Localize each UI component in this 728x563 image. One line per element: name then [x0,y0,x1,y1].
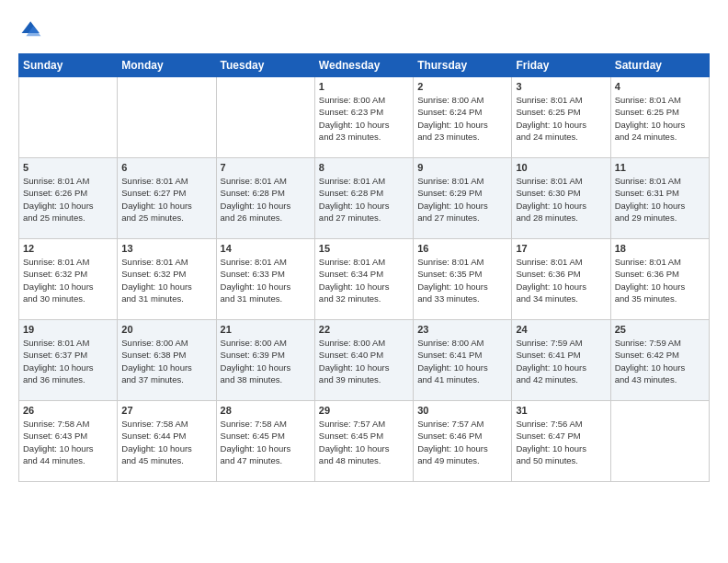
weekday-header-sunday: Sunday [19,54,118,77]
page-header [18,18,710,44]
calendar-cell: 14Sunrise: 8:01 AM Sunset: 6:33 PM Dayli… [216,239,314,320]
calendar-cell: 18Sunrise: 8:01 AM Sunset: 6:36 PM Dayli… [610,239,709,320]
day-number: 8 [319,162,409,173]
calendar-cell: 28Sunrise: 7:58 AM Sunset: 6:45 PM Dayli… [216,401,314,482]
calendar-cell: 27Sunrise: 7:58 AM Sunset: 6:44 PM Dayli… [118,401,216,482]
weekday-header-wednesday: Wednesday [314,54,413,77]
day-number: 10 [516,162,606,173]
day-number: 30 [417,405,507,416]
calendar-cell: 21Sunrise: 8:00 AM Sunset: 6:39 PM Dayli… [216,320,314,401]
calendar-cell: 13Sunrise: 8:01 AM Sunset: 6:32 PM Dayli… [118,239,216,320]
day-info: Sunrise: 8:01 AM Sunset: 6:30 PM Dayligh… [516,175,606,224]
calendar-week-2: 5Sunrise: 8:01 AM Sunset: 6:26 PM Daylig… [19,158,710,239]
calendar-cell [118,77,216,158]
day-info: Sunrise: 8:00 AM Sunset: 6:40 PM Dayligh… [319,337,409,385]
calendar-cell: 2Sunrise: 8:00 AM Sunset: 6:24 PM Daylig… [414,77,512,158]
day-number: 25 [615,324,705,335]
logo [18,18,42,44]
day-number: 27 [121,405,211,416]
calendar-cell: 3Sunrise: 8:01 AM Sunset: 6:25 PM Daylig… [512,77,610,158]
calendar-cell: 11Sunrise: 8:01 AM Sunset: 6:31 PM Dayli… [610,158,709,239]
day-number: 22 [319,324,409,335]
day-info: Sunrise: 8:00 AM Sunset: 6:38 PM Dayligh… [121,337,211,385]
day-number: 2 [417,81,507,92]
day-info: Sunrise: 7:59 AM Sunset: 6:41 PM Dayligh… [516,337,606,385]
day-number: 20 [121,324,211,335]
day-info: Sunrise: 8:01 AM Sunset: 6:27 PM Dayligh… [121,175,211,224]
calendar-cell: 9Sunrise: 8:01 AM Sunset: 6:29 PM Daylig… [414,158,512,239]
day-number: 23 [417,324,507,335]
day-number: 4 [615,81,705,92]
day-info: Sunrise: 7:58 AM Sunset: 6:45 PM Dayligh… [221,418,311,466]
day-info: Sunrise: 8:01 AM Sunset: 6:25 PM Dayligh… [516,94,606,143]
calendar-cell: 30Sunrise: 7:57 AM Sunset: 6:46 PM Dayli… [414,401,512,482]
day-info: Sunrise: 8:01 AM Sunset: 6:29 PM Dayligh… [417,175,507,224]
calendar-cell: 20Sunrise: 8:00 AM Sunset: 6:38 PM Dayli… [118,320,216,401]
day-number: 28 [221,405,311,416]
day-info: Sunrise: 7:58 AM Sunset: 6:44 PM Dayligh… [121,418,211,466]
day-info: Sunrise: 8:01 AM Sunset: 6:28 PM Dayligh… [221,175,311,224]
day-number: 12 [23,243,113,254]
day-number: 19 [23,324,113,335]
day-info: Sunrise: 8:01 AM Sunset: 6:31 PM Dayligh… [615,175,705,224]
day-number: 16 [417,243,507,254]
day-number: 17 [516,243,606,254]
calendar-cell: 10Sunrise: 8:01 AM Sunset: 6:30 PM Dayli… [512,158,610,239]
weekday-header-row: SundayMondayTuesdayWednesdayThursdayFrid… [19,54,710,77]
day-number: 11 [615,162,705,173]
day-number: 31 [516,405,606,416]
calendar-cell: 15Sunrise: 8:01 AM Sunset: 6:34 PM Dayli… [314,239,413,320]
calendar-cell [610,401,709,482]
calendar-week-3: 12Sunrise: 8:01 AM Sunset: 6:32 PM Dayli… [19,239,710,320]
calendar-cell: 25Sunrise: 7:59 AM Sunset: 6:42 PM Dayli… [610,320,709,401]
weekday-header-friday: Friday [512,54,610,77]
calendar-cell: 12Sunrise: 8:01 AM Sunset: 6:32 PM Dayli… [19,239,118,320]
day-info: Sunrise: 7:58 AM Sunset: 6:43 PM Dayligh… [23,418,113,466]
day-info: Sunrise: 8:01 AM Sunset: 6:36 PM Dayligh… [615,256,705,304]
weekday-header-thursday: Thursday [414,54,512,77]
day-number: 18 [615,243,705,254]
day-number: 24 [516,324,606,335]
day-number: 1 [319,81,409,92]
day-number: 7 [221,162,311,173]
calendar-cell: 7Sunrise: 8:01 AM Sunset: 6:28 PM Daylig… [216,158,314,239]
day-info: Sunrise: 8:00 AM Sunset: 6:23 PM Dayligh… [319,94,409,143]
day-info: Sunrise: 8:01 AM Sunset: 6:28 PM Dayligh… [319,175,409,224]
day-number: 3 [516,81,606,92]
calendar-cell: 22Sunrise: 8:00 AM Sunset: 6:40 PM Dayli… [314,320,413,401]
calendar-table: SundayMondayTuesdayWednesdayThursdayFrid… [18,53,710,482]
day-number: 14 [221,243,311,254]
calendar-cell: 16Sunrise: 8:01 AM Sunset: 6:35 PM Dayli… [414,239,512,320]
day-info: Sunrise: 8:01 AM Sunset: 6:37 PM Dayligh… [23,337,113,385]
calendar-cell: 6Sunrise: 8:01 AM Sunset: 6:27 PM Daylig… [118,158,216,239]
calendar-cell [216,77,314,158]
day-info: Sunrise: 8:01 AM Sunset: 6:34 PM Dayligh… [319,256,409,304]
day-number: 15 [319,243,409,254]
day-info: Sunrise: 8:01 AM Sunset: 6:32 PM Dayligh… [121,256,211,304]
calendar-cell: 17Sunrise: 8:01 AM Sunset: 6:36 PM Dayli… [512,239,610,320]
calendar-cell: 29Sunrise: 7:57 AM Sunset: 6:45 PM Dayli… [314,401,413,482]
day-number: 6 [121,162,211,173]
weekday-header-tuesday: Tuesday [216,54,314,77]
weekday-header-saturday: Saturday [610,54,709,77]
day-info: Sunrise: 8:00 AM Sunset: 6:39 PM Dayligh… [221,337,311,385]
day-info: Sunrise: 8:00 AM Sunset: 6:41 PM Dayligh… [417,337,507,385]
day-info: Sunrise: 8:01 AM Sunset: 6:36 PM Dayligh… [516,256,606,304]
calendar-cell: 24Sunrise: 7:59 AM Sunset: 6:41 PM Dayli… [512,320,610,401]
day-number: 26 [23,405,113,416]
calendar-cell: 31Sunrise: 7:56 AM Sunset: 6:47 PM Dayli… [512,401,610,482]
day-info: Sunrise: 8:01 AM Sunset: 6:26 PM Dayligh… [23,175,113,224]
calendar-cell: 26Sunrise: 7:58 AM Sunset: 6:43 PM Dayli… [19,401,118,482]
day-number: 21 [221,324,311,335]
day-info: Sunrise: 7:57 AM Sunset: 6:45 PM Dayligh… [319,418,409,466]
day-info: Sunrise: 7:57 AM Sunset: 6:46 PM Dayligh… [417,418,507,466]
day-info: Sunrise: 7:59 AM Sunset: 6:42 PM Dayligh… [615,337,705,385]
day-info: Sunrise: 8:01 AM Sunset: 6:32 PM Dayligh… [23,256,113,304]
calendar-cell: 19Sunrise: 8:01 AM Sunset: 6:37 PM Dayli… [19,320,118,401]
calendar-cell: 8Sunrise: 8:01 AM Sunset: 6:28 PM Daylig… [314,158,413,239]
calendar-cell: 4Sunrise: 8:01 AM Sunset: 6:25 PM Daylig… [610,77,709,158]
day-info: Sunrise: 8:00 AM Sunset: 6:24 PM Dayligh… [417,94,507,143]
calendar-week-4: 19Sunrise: 8:01 AM Sunset: 6:37 PM Dayli… [19,320,710,401]
calendar-cell: 1Sunrise: 8:00 AM Sunset: 6:23 PM Daylig… [314,77,413,158]
day-number: 13 [121,243,211,254]
